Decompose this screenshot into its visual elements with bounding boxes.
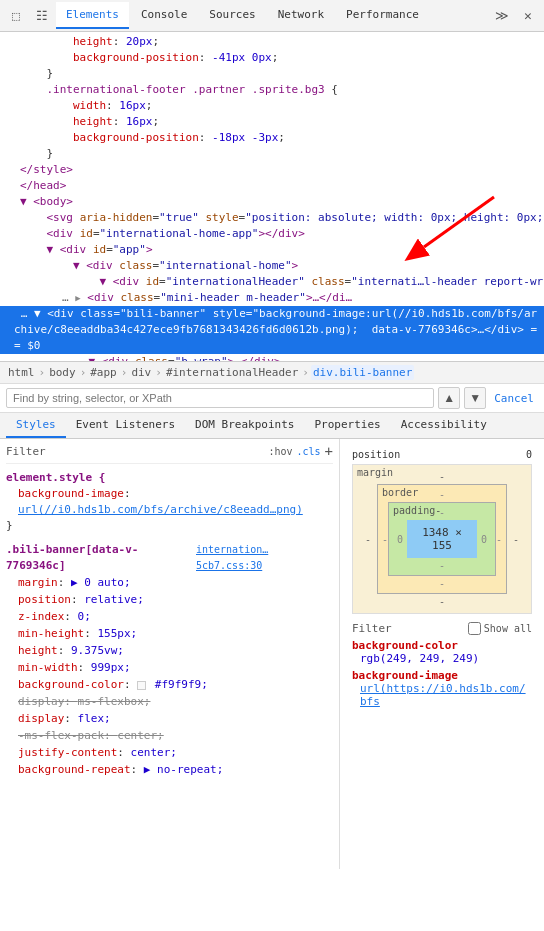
computed-bg-color: background-color rgb(249, 249, 249)	[352, 639, 532, 665]
color-swatch[interactable]	[137, 681, 146, 690]
rule-selector: element.style {	[6, 470, 333, 486]
html-line: ▼ <div class="international-home">	[0, 258, 544, 274]
rule-header: .bili-banner[data-v-7769346c] internatio…	[6, 542, 333, 574]
html-line: }	[0, 66, 544, 82]
padding-label: padding-	[393, 505, 441, 516]
filter-label-2: Filter	[352, 622, 392, 635]
prop-justify-content: justify-content: center;	[18, 744, 333, 761]
breadcrumb-html[interactable]: html	[6, 365, 37, 380]
html-panel-wrapper: height: 20px; background-position: -41px…	[0, 32, 544, 362]
selected-html-line[interactable]: … ▼ <div class="bili-banner" style="back…	[0, 306, 544, 354]
tab-dom-breakpoints[interactable]: DOM Breakpoints	[185, 413, 304, 438]
computed-val-bg-image[interactable]: url(https://i0.hds1b.com/bfs	[352, 682, 532, 708]
tab-properties[interactable]: Properties	[304, 413, 390, 438]
prop-display: display: flex;	[18, 710, 333, 727]
show-all-label: Show all	[468, 622, 532, 635]
position-value: 0	[526, 449, 532, 460]
html-line: width: 16px;	[0, 98, 544, 114]
search-input[interactable]	[6, 388, 434, 408]
computed-bg-image: background-image url(https://i0.hds1b.co…	[352, 669, 532, 708]
style-rule-element: element.style { background-image: url(//…	[6, 470, 333, 534]
style-rule-bili-banner: .bili-banner[data-v-7769346c] internatio…	[6, 542, 333, 778]
content-dimensions: 1348 × 155	[422, 526, 462, 552]
border-label: border	[382, 487, 418, 498]
prop-ms-flex-pack: -ms-flex-pack: center;	[18, 727, 333, 744]
html-line: <div id="international-home-app"></div>	[0, 226, 544, 242]
styles-right-pane: position 0 margin - - border - - padding…	[340, 439, 544, 869]
padding-middle: 0 1348 × 155 0	[393, 520, 491, 558]
search-next-button[interactable]: ▼	[464, 387, 486, 409]
filter-bar: Filter :hov .cls +	[6, 443, 333, 464]
html-line: ▼ <div id="app">	[0, 242, 544, 258]
breadcrumb-div[interactable]: div	[129, 365, 153, 380]
tab-styles[interactable]: Styles	[6, 413, 66, 438]
prop-margin: margin: ▶ 0 auto;	[18, 574, 333, 591]
css-property-background-image: background-image: url(//i0.hds1b.com/bfs…	[6, 486, 333, 518]
margin-label: margin	[357, 467, 393, 478]
html-line: … <div class="mini-header m-header">…</d…	[0, 290, 544, 306]
inspect-icon[interactable]: ⬚	[4, 4, 28, 28]
padding-bottom: -	[393, 560, 491, 571]
border-middle: - padding- - 0 1348 × 155 0	[382, 502, 502, 576]
breadcrumb-app[interactable]: #app	[88, 365, 119, 380]
prop-background-repeat: background-repeat: ▶ no-repeat;	[18, 761, 333, 778]
tab-performance[interactable]: Performance	[336, 2, 429, 29]
filter-section: Filter Show all	[352, 622, 532, 635]
border-bottom: -	[382, 578, 502, 589]
add-style-button[interactable]: +	[325, 443, 333, 459]
cls-filter[interactable]: .cls	[296, 446, 320, 457]
breadcrumb-body[interactable]: body	[47, 365, 78, 380]
box-model: position 0 margin - - border - - padding…	[346, 443, 538, 718]
margin-bottom: -	[359, 596, 525, 607]
rule-close: }	[6, 518, 333, 534]
filter-label: Filter	[6, 445, 46, 458]
tab-event-listeners[interactable]: Event Listeners	[66, 413, 185, 438]
device-icon[interactable]: ☷	[30, 4, 54, 28]
breadcrumb-header[interactable]: #internationalHeader	[164, 365, 300, 380]
devtools-tab-bar: ⬚ ☷ Elements Console Sources Network Per…	[0, 0, 544, 32]
prop-min-width: min-width: 999px;	[18, 659, 333, 676]
prop-height: height: 9.375vw;	[18, 642, 333, 659]
show-all-checkbox[interactable]	[468, 622, 481, 635]
padding-left: 0	[393, 534, 407, 545]
tab-sources[interactable]: Sources	[199, 2, 265, 29]
search-prev-button[interactable]: ▲	[438, 387, 460, 409]
styles-left-pane: Filter :hov .cls + element.style { backg…	[0, 439, 340, 869]
tab-accessibility[interactable]: Accessibility	[391, 413, 497, 438]
close-devtools-icon[interactable]: ✕	[516, 4, 540, 28]
tab-console[interactable]: Console	[131, 2, 197, 29]
background-image-url[interactable]: url(//i0.hds1b.com/bfs/archive/c8eeadd…p…	[18, 503, 303, 516]
html-line: <svg aria-hidden="true" style="position:…	[0, 210, 544, 226]
rule-selector-label: .bili-banner[data-v-7769346c]	[6, 542, 196, 574]
html-line: background-position: -41px 0px;	[0, 50, 544, 66]
breadcrumb-banner[interactable]: div.bili-banner	[311, 365, 414, 380]
rule-source-link[interactable]: internation…5cb7.css:30	[196, 542, 333, 574]
prop-position: position: relative;	[18, 591, 333, 608]
cancel-button[interactable]: Cancel	[490, 392, 538, 405]
position-label: position	[352, 449, 400, 460]
styles-panel: Filter :hov .cls + element.style { backg…	[0, 439, 544, 869]
html-line: .international-footer .partner .sprite.b…	[0, 82, 544, 98]
bg-color-value: rgb(249, 249, 249)	[360, 652, 479, 665]
search-bar: ▲ ▼ Cancel	[0, 384, 544, 413]
html-line: background-position: -18px -3px;	[0, 130, 544, 146]
prop-min-height: min-height: 155px;	[18, 625, 333, 642]
pseudo-filter[interactable]: :hov	[268, 446, 292, 457]
html-line: ▼ <body>	[0, 194, 544, 210]
html-line: ▼ <div id="internationalHeader" class="i…	[0, 274, 544, 290]
box-model-title: position 0	[352, 449, 532, 460]
filter-input[interactable]	[50, 445, 265, 457]
html-panel[interactable]: height: 20px; background-position: -41px…	[0, 32, 544, 362]
tab-elements[interactable]: Elements	[56, 2, 129, 29]
box-border: border - - padding- - 0 1348 × 155	[377, 484, 507, 594]
breadcrumb: html › body › #app › div › #internationa…	[0, 362, 544, 384]
padding-right: 0	[477, 534, 491, 545]
html-line: height: 20px;	[0, 34, 544, 50]
box-middle: - border - - padding- - 0	[359, 484, 525, 594]
prop-display-ms: display: ms-flexbox;	[18, 693, 333, 710]
computed-prop-bg-color: background-color	[352, 639, 532, 652]
tab-network[interactable]: Network	[268, 2, 334, 29]
more-tabs-icon[interactable]: ≫	[490, 4, 514, 28]
html-line: ▼ <div class="b-wrap">…</div>	[0, 354, 544, 362]
margin-right: -	[507, 534, 525, 545]
